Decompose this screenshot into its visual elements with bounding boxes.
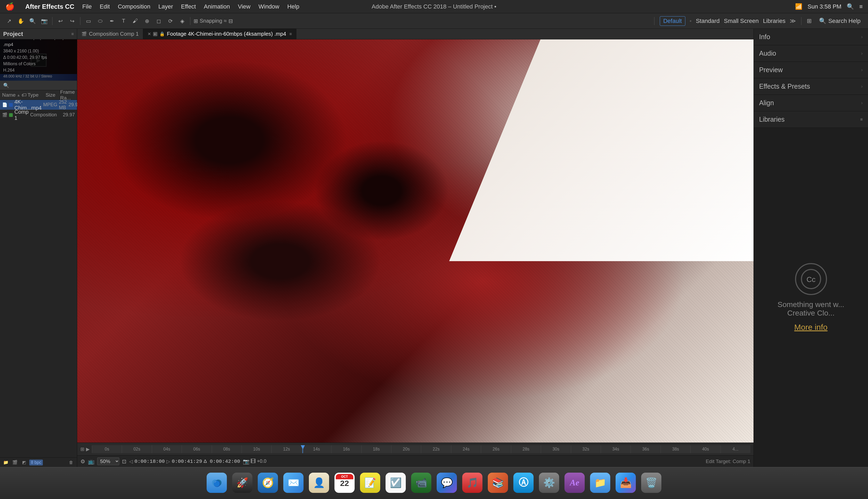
dock-contacts[interactable]: 👤 [307,472,331,495]
snapping-toggle[interactable]: ⊞ Snapping ≈ ⊟ [194,18,233,24]
tool-ellipse-mask[interactable]: ⬭ [95,16,105,26]
comp-tab-1-close[interactable]: ✕ [147,32,151,36]
dock-launchpad[interactable]: 🚀 [231,472,254,495]
dock-folder[interactable]: 📁 [588,472,612,495]
bpc-badge[interactable]: 8 bpc [29,460,43,465]
viewer-view-btn[interactable]: 📺 [88,458,95,465]
menu-file[interactable]: File [82,3,91,10]
dock-finder[interactable]: 🔵 [205,472,229,495]
tool-redo[interactable]: ↪ [68,16,77,26]
comp-tab-1-menu[interactable]: ≡ [290,32,292,36]
right-panel-audio[interactable]: Audio › [754,45,868,62]
new-folder-btn[interactable]: 📁 [2,459,10,466]
dock-mail[interactable]: ✉️ [282,472,305,495]
workspace-more-icon[interactable]: ≫ [790,17,796,24]
viewer-settings-btn[interactable]: ⚙ [81,458,85,465]
item-name-1: Comp 1 [14,109,28,121]
workspace-standard[interactable]: Standard [696,17,719,24]
dock-calendar[interactable]: OCT 22 [333,472,356,495]
control-center-icon[interactable]: ≡ [859,3,863,10]
dock-prefs[interactable]: ⚙️ [537,472,561,495]
viewer-play-icon[interactable]: ▶ [86,446,90,452]
search-help-btn[interactable]: 🔍 Search Help [816,16,864,26]
tick-4s: 04s [152,445,182,453]
menu-animation[interactable]: Animation [204,3,230,10]
col-header-size[interactable]: Size [46,92,59,98]
right-panel-preview[interactable]: Preview › [754,62,868,78]
dock-trash[interactable]: 🗑️ [639,472,663,495]
tool-zoom[interactable]: 🔍 [28,16,37,26]
delete-item-btn[interactable]: 🗑 [68,459,75,466]
comp-tab-1[interactable]: ✕ ▶ 🔒 Footage 4K-Chimei-inn-60mbps (4ksa… [143,29,296,39]
menu-window[interactable]: Window [258,3,279,10]
menu-help[interactable]: Help [287,3,299,10]
downloads-folder-icon: 📥 [615,473,636,493]
dock-facetime[interactable]: 📹 [409,472,433,495]
col-header-name[interactable]: Name [2,92,16,98]
comp-tab-1-lock-icon: 🔒 [159,32,165,36]
project-item-1[interactable]: 🎬 Comp 1 Composition 29.97 [0,110,77,120]
tick-0s: 0s [92,445,122,453]
contacts-icon: 👤 [309,473,329,493]
tool-clone[interactable]: ⊕ [142,16,152,26]
right-panel-effects[interactable]: Effects & Presets › [754,78,868,95]
right-panel-info[interactable]: Info › [754,29,868,45]
project-label: Project [3,31,23,38]
dock-books[interactable]: 📚 [486,472,510,495]
project-menu-icon[interactable]: ≡ [71,32,74,36]
dock-safari[interactable]: 🧭 [256,472,280,495]
tool-roto[interactable]: ⟳ [166,16,175,26]
right-panel-libraries[interactable]: Libraries ≡ [754,111,868,128]
tool-eraser[interactable]: ◻ [154,16,163,26]
dock-ae[interactable]: Ae [563,472,586,495]
right-panel-align[interactable]: Align › [754,95,868,111]
menu-edit[interactable]: Edit [100,3,110,10]
viewer-camera-btn[interactable]: 📷 [243,458,249,465]
menu-composition[interactable]: Composition [118,3,150,10]
notes-icon: 📝 [360,473,380,493]
tool-puppet[interactable]: ◈ [177,16,187,26]
footage-settings-btn[interactable]: ◩ [20,459,28,466]
search-icon: 🔍 [3,83,9,88]
dock-downloads[interactable]: 📥 [614,472,637,495]
tick-18s: 18s [361,445,391,453]
tool-select[interactable]: ↗ [4,16,14,26]
tool-pen[interactable]: ✒ [107,16,117,26]
workspace-libraries[interactable]: Libraries [763,17,785,24]
viewer-fit-btn[interactable]: ⊡ [122,458,126,465]
cc-more-info-link[interactable]: More info [794,323,828,332]
main-layout: Project ≡ ▶ 4K-Chim...0mbps (4ksamples) … [0,29,868,467]
comp-tab-0[interactable]: 🎬 Composition Comp 1 [77,29,143,39]
tool-camera[interactable]: 📷 [39,16,49,26]
app-name[interactable]: After Effects CC [25,3,74,10]
menu-layer[interactable]: Layer [158,3,173,10]
menu-effect[interactable]: Effect [181,3,196,10]
dock-appstore[interactable]: Ⓐ [512,472,535,495]
timecode-end[interactable]: 0:00:41:29 [172,459,202,464]
dock-music[interactable]: 🎵 [461,472,484,495]
zoom-select[interactable]: 50% 25% 100% 200% [97,458,119,465]
workspace-smallscreen[interactable]: Small Screen [724,17,759,24]
workspace-grid-icon[interactable]: ⊞ [807,17,811,24]
col-header-type[interactable]: Type [28,92,45,98]
timecode-current[interactable]: 0:00:18:00 [134,459,165,464]
dock-reminders[interactable]: ☑️ [384,472,407,495]
search-icon[interactable]: 🔍 [847,3,854,10]
viewer-film-btn[interactable]: 🎞 [250,458,256,464]
dock-notes[interactable]: 📝 [358,472,382,495]
dock-messages[interactable]: 💬 [435,472,459,495]
tool-brush[interactable]: 🖌 [131,16,140,26]
workspace-default[interactable]: Default [660,16,685,26]
tool-hand[interactable]: ✋ [16,16,26,26]
menu-view[interactable]: View [238,3,250,10]
project-search-input[interactable] [11,83,74,88]
tool-undo[interactable]: ↩ [56,16,65,26]
svg-text:🔵: 🔵 [213,480,221,487]
project-item-0[interactable]: 📄 4K-Chim...mp4 MPEG 252 MB 29.97 ☆ [0,100,77,110]
item-type-0: MPEG [43,102,57,108]
tool-type[interactable]: T [119,16,129,26]
apple-menu[interactable]: 🍎 [5,2,15,11]
new-comp-btn[interactable]: 🎬 [11,459,19,466]
tool-rect-mask[interactable]: ▭ [84,16,93,26]
viewer-mode-icon[interactable]: ⊞ [81,446,84,452]
